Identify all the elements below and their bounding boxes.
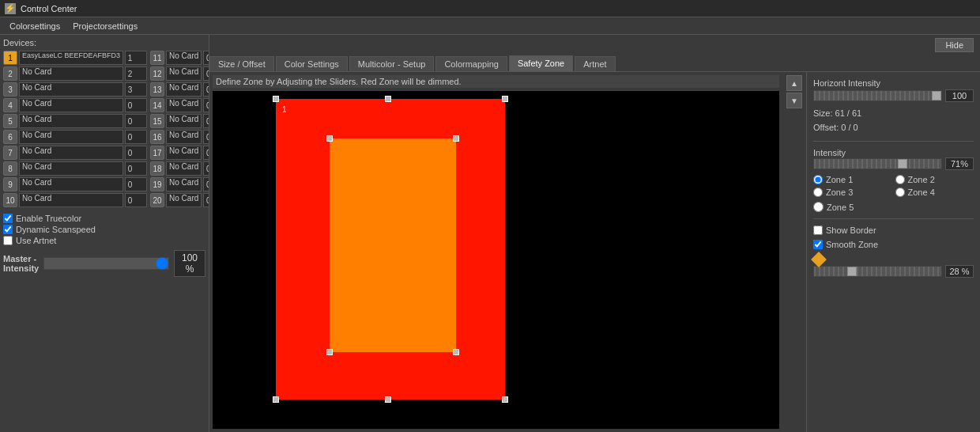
zone1-radio[interactable] (813, 175, 823, 184)
handle-bl-outer[interactable] (273, 396, 279, 403)
tab-size-offset[interactable]: Size / Offset (209, 56, 274, 71)
handle-bm-outer[interactable] (385, 396, 391, 403)
smooth-zone-checkbox[interactable] (813, 240, 823, 249)
handle-tl-outer[interactable] (273, 96, 279, 102)
device-spinner-4[interactable] (125, 98, 147, 112)
device-num-17[interactable]: 17 (150, 146, 164, 160)
device-num-1[interactable]: 1 (3, 51, 17, 65)
device-num-20[interactable]: 20 (150, 193, 164, 207)
device-num-15[interactable]: 15 (150, 114, 164, 128)
zone5-radio[interactable] (813, 202, 824, 212)
device-num-14[interactable]: 14 (150, 98, 164, 112)
device-num-10[interactable]: 10 (3, 193, 17, 207)
device-spinner-3[interactable] (125, 82, 147, 97)
bottom-slider[interactable] (813, 266, 942, 277)
zone3-radio[interactable] (813, 188, 823, 197)
device-spinner-17[interactable] (203, 146, 209, 160)
use-artnet-checkbox[interactable] (3, 236, 13, 245)
v-slider-btn-bottom[interactable]: ▼ (786, 93, 802, 108)
v-slider-btn-top[interactable]: ▲ (786, 75, 802, 91)
horiz-intensity-slider[interactable] (813, 90, 942, 101)
zone3-row: Zone 3 (813, 188, 892, 197)
device-num-16[interactable]: 16 (150, 130, 164, 144)
tab-colormapping[interactable]: Colormapping (435, 56, 507, 71)
size-text: Size: 61 / 61 (813, 107, 974, 121)
device-spinner-20[interactable] (203, 193, 209, 207)
device-spinner-7[interactable] (125, 146, 147, 160)
device-spinner-15[interactable] (203, 114, 209, 128)
device-num-12[interactable]: 12 (150, 66, 164, 81)
device-spinner-10[interactable] (125, 193, 147, 207)
menu-colorsettings[interactable]: Colorsettings (3, 20, 66, 32)
device-spinner-12[interactable] (203, 66, 209, 81)
tab-color-settings[interactable]: Color Settings (276, 56, 348, 71)
device-row: 2 No Card (3, 66, 147, 81)
device-spinner-2[interactable] (125, 66, 147, 81)
handle-br-outer[interactable] (502, 396, 508, 403)
enable-truecolor-row: Enable Truecolor (3, 214, 205, 223)
device-num-3[interactable]: 3 (3, 82, 17, 97)
canvas-area: Define Zone by Adjusting the Sliders. Re… (209, 72, 782, 432)
device-num-9[interactable]: 9 (3, 177, 17, 191)
tab-bar: Size / Offset Color Settings Multicolor … (209, 55, 980, 72)
device-spinner-13[interactable] (203, 82, 209, 97)
device-name-4: No Card (19, 98, 123, 112)
device-spinner-18[interactable] (203, 161, 209, 176)
device-num-18[interactable]: 18 (150, 161, 164, 176)
offset-text: Offset: 0 / 0 (813, 121, 974, 135)
zone3-label: Zone 3 (826, 188, 853, 197)
device-spinner-19[interactable] (203, 177, 209, 191)
intensity-section: Intensity 71% (813, 148, 974, 170)
device-num-2[interactable]: 2 (3, 66, 17, 81)
device-num-5[interactable]: 5 (3, 114, 17, 128)
tab-multicolor-setup[interactable]: Multicolor - Setup (349, 56, 435, 71)
handle-tl-inner[interactable] (326, 135, 333, 142)
device-spinner-6[interactable] (125, 130, 147, 144)
menu-projectorsettings[interactable]: Projectorsettings (66, 20, 144, 32)
device-columns: 1 EasyLaseLC BEEFDEAFBFD3 2 No Card 3 No… (3, 51, 205, 209)
device-row: 18 No Card (150, 161, 209, 176)
zone4-radio[interactable] (895, 188, 905, 197)
tab-artnet[interactable]: Artnet (575, 56, 615, 71)
device-spinner-14[interactable] (203, 98, 209, 112)
hide-button[interactable]: Hide (935, 38, 974, 52)
device-row: 7 No Card (3, 146, 147, 160)
handle-bl-inner[interactable] (326, 349, 333, 355)
intensity-slider[interactable] (813, 158, 942, 169)
device-col-right: 11 No Card 12 No Card 13 No Card 14 No C… (150, 51, 209, 209)
enable-truecolor-label: Enable Truecolor (16, 214, 81, 223)
device-num-6[interactable]: 6 (3, 130, 17, 144)
device-row: 6 No Card (3, 130, 147, 144)
device-spinner-16[interactable] (203, 130, 209, 144)
master-intensity-slider[interactable] (43, 257, 169, 270)
handle-tm-outer[interactable] (385, 96, 391, 102)
device-row: 13 No Card (150, 82, 209, 97)
zone2-radio[interactable] (895, 175, 905, 184)
tab-safety-zone[interactable]: Safety Zone (509, 55, 573, 71)
canvas-wrap[interactable]: 1 (213, 91, 779, 429)
device-name-5: No Card (19, 114, 123, 128)
device-num-11[interactable]: 11 (150, 51, 164, 65)
device-name-1: EasyLaseLC BEEFDEAFBFD3 (19, 51, 123, 65)
device-name-18: No Card (166, 161, 202, 176)
handle-tr-inner[interactable] (453, 135, 459, 142)
device-spinner-9[interactable] (125, 177, 147, 191)
dynamic-scanspeed-checkbox[interactable] (3, 225, 13, 234)
device-num-7[interactable]: 7 (3, 146, 17, 160)
right-area: Hide Size / Offset Color Settings Multic… (209, 35, 980, 432)
device-spinner-5[interactable] (125, 114, 147, 128)
zone4-row: Zone 4 (895, 188, 974, 197)
device-num-4[interactable]: 4 (3, 98, 17, 112)
device-spinner-1[interactable] (125, 51, 147, 65)
device-num-19[interactable]: 19 (150, 177, 164, 191)
device-num-8[interactable]: 8 (3, 161, 17, 176)
handle-br-inner[interactable] (453, 349, 459, 355)
show-border-checkbox[interactable] (813, 225, 823, 235)
bottom-slider-row: 28 % (813, 265, 974, 278)
device-num-13[interactable]: 13 (150, 82, 164, 97)
enable-truecolor-checkbox[interactable] (3, 214, 13, 223)
device-spinner-8[interactable] (125, 161, 147, 176)
device-spinner-11[interactable] (203, 51, 209, 65)
handle-tr-outer[interactable] (502, 96, 508, 102)
device-row: 17 No Card (150, 146, 209, 160)
